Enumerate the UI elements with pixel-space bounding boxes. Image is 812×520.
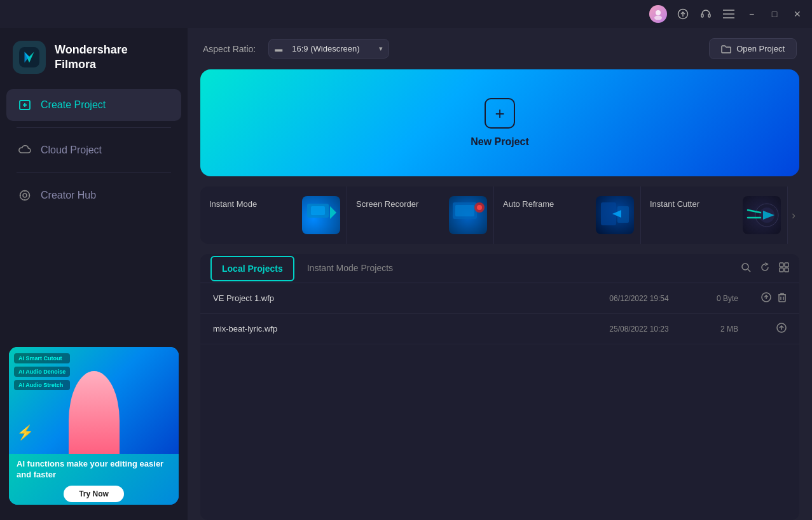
sidebar-item-label-cloud: Cloud Project xyxy=(41,144,102,156)
quick-action-screen-recorder[interactable]: Screen Recorder xyxy=(347,186,494,244)
svg-point-25 xyxy=(477,205,482,210)
new-project-icon: + xyxy=(485,98,515,129)
svg-marker-21 xyxy=(330,206,336,219)
quick-actions-row: Instant Mode Screen Recorder xyxy=(200,186,799,244)
svg-rect-4 xyxy=(701,14,703,17)
instant-cutter-image xyxy=(743,196,781,234)
sidebar-nav: Create Project Cloud Project xyxy=(0,89,188,211)
promo-try-now-button[interactable]: Try Now xyxy=(64,486,124,502)
sidebar-item-label-create: Create Project xyxy=(41,99,106,111)
project-size-1: 0 Byte xyxy=(694,294,738,303)
svg-rect-5 xyxy=(708,14,710,17)
quick-action-auto-reframe[interactable]: Auto Reframe xyxy=(494,186,641,244)
sidebar-item-create-project[interactable]: Create Project xyxy=(6,89,181,121)
svg-point-13 xyxy=(20,191,30,200)
main-layout: Wondershare Filmora Create Project xyxy=(0,28,812,520)
sidebar: Wondershare Filmora Create Project xyxy=(0,28,188,520)
headset-icon[interactable] xyxy=(699,7,713,21)
svg-rect-23 xyxy=(455,205,474,216)
open-project-label: Open Project xyxy=(736,44,785,53)
create-project-icon xyxy=(18,98,32,112)
menu-icon[interactable] xyxy=(722,7,736,21)
title-bar: − □ ✕ xyxy=(0,0,812,28)
svg-rect-20 xyxy=(311,206,325,215)
projects-grid-icon[interactable] xyxy=(779,262,789,275)
projects-refresh-icon[interactable] xyxy=(760,262,770,275)
title-bar-icons: − □ ✕ xyxy=(649,5,804,23)
sidebar-divider-1 xyxy=(17,127,171,128)
sidebar-divider-2 xyxy=(17,172,171,173)
promo-text-area: AI functions make your editing easier an… xyxy=(9,454,179,505)
maximize-button[interactable]: □ xyxy=(767,7,781,21)
project-list: VE Project 1.wfp 06/12/2022 19:54 0 Byte xyxy=(200,283,799,520)
creator-hub-icon xyxy=(18,188,32,202)
cloud-project-icon xyxy=(18,143,32,157)
quick-action-instant-mode[interactable]: Instant Mode xyxy=(200,186,347,244)
new-project-label: New Project xyxy=(471,136,529,148)
promo-image: AI Smart Cutout AI Audio Denoise AI Audi… xyxy=(9,347,179,454)
project-actions-2 xyxy=(748,323,787,335)
close-button[interactable]: ✕ xyxy=(790,7,804,21)
instant-mode-image xyxy=(302,196,340,234)
svg-rect-39 xyxy=(785,268,788,272)
tabs-actions xyxy=(741,262,789,275)
minimize-button[interactable]: − xyxy=(745,7,759,21)
quick-action-instant-cutter[interactable]: Instant Cutter xyxy=(641,186,788,244)
screen-recorder-image xyxy=(449,196,487,234)
projects-search-icon[interactable] xyxy=(741,262,751,275)
folder-icon xyxy=(721,45,731,53)
promo-label-2: AI Audio Denoise xyxy=(14,367,70,377)
project-upload-icon-2[interactable] xyxy=(776,323,787,335)
sidebar-item-creator-hub[interactable]: Creator Hub xyxy=(6,179,181,211)
sidebar-item-label-creator: Creator Hub xyxy=(41,190,96,201)
tab-local-projects[interactable]: Local Projects xyxy=(210,256,294,281)
sidebar-item-cloud-project[interactable]: Cloud Project xyxy=(6,134,181,166)
project-name-1: VE Project 1.wfp xyxy=(213,293,584,303)
svg-point-1 xyxy=(654,16,662,20)
project-delete-icon-1[interactable] xyxy=(778,292,787,304)
svg-rect-36 xyxy=(780,263,783,267)
project-size-2: 2 MB xyxy=(694,325,738,334)
svg-rect-42 xyxy=(779,295,785,302)
promo-label-3: AI Audio Stretch xyxy=(14,380,70,390)
svg-rect-37 xyxy=(785,263,788,267)
content-topbar: Aspect Ratio: ▬ 16:9 (Widescreen) 1:1 (S… xyxy=(188,28,812,69)
promo-labels: AI Smart Cutout AI Audio Denoise AI Audi… xyxy=(14,353,70,390)
project-actions-1 xyxy=(748,292,787,304)
svg-point-0 xyxy=(656,10,661,15)
tab-instant-mode-projects[interactable]: Instant Mode Projects xyxy=(297,254,403,283)
table-row[interactable]: mix-beat-lyric.wfp 25/08/2022 10:23 2 MB xyxy=(200,314,799,344)
aspect-ratio-label: Aspect Ratio: xyxy=(203,44,256,54)
upload-icon[interactable] xyxy=(676,7,690,21)
svg-rect-38 xyxy=(780,268,783,272)
projects-tabs: Local Projects Instant Mode Projects xyxy=(200,254,799,283)
promo-headline: AI functions make your editing easier an… xyxy=(17,459,171,481)
projects-area: Local Projects Instant Mode Projects xyxy=(200,254,799,520)
brand-area: Wondershare Filmora xyxy=(0,28,188,89)
user-avatar[interactable] xyxy=(649,5,667,23)
aspect-ratio-select[interactable]: 16:9 (Widescreen) 1:1 (Square) 9:16 (Por… xyxy=(268,39,389,59)
promo-banner[interactable]: AI Smart Cutout AI Audio Denoise AI Audi… xyxy=(9,347,179,505)
brand-name: Wondershare Filmora xyxy=(55,43,128,73)
project-name-2: mix-beat-lyric.wfp xyxy=(213,324,584,334)
new-project-hero[interactable]: + New Project xyxy=(200,69,799,176)
aspect-ratio-wrapper: ▬ 16:9 (Widescreen) 1:1 (Square) 9:16 (P… xyxy=(268,39,389,59)
table-row[interactable]: VE Project 1.wfp 06/12/2022 19:54 0 Byte xyxy=(200,283,799,314)
brand-logo xyxy=(13,41,46,74)
promo-label-1: AI Smart Cutout xyxy=(14,353,70,363)
project-upload-icon-1[interactable] xyxy=(761,292,771,304)
auto-reframe-image xyxy=(596,196,634,234)
project-date-1: 06/12/2022 19:54 xyxy=(595,294,684,303)
quick-actions-scroll-right[interactable]: › xyxy=(788,186,799,244)
project-date-2: 25/08/2022 10:23 xyxy=(595,325,684,334)
content-area: Aspect Ratio: ▬ 16:9 (Widescreen) 1:1 (S… xyxy=(188,28,812,520)
svg-line-35 xyxy=(748,269,750,272)
svg-point-14 xyxy=(23,193,27,197)
svg-point-34 xyxy=(742,264,748,270)
open-project-button[interactable]: Open Project xyxy=(709,38,797,59)
